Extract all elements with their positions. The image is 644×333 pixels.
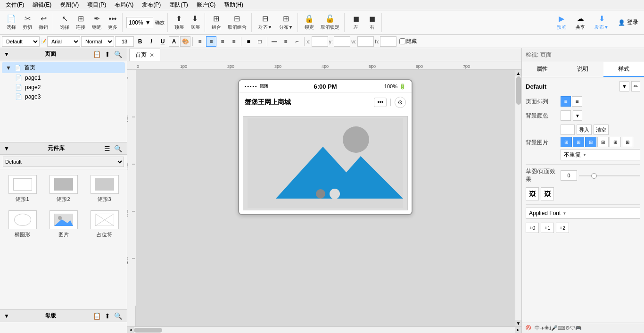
pen-button[interactable]: ✒ 钢笔 — [89, 14, 104, 31]
menu-account[interactable]: 账户(C) — [193, 0, 220, 10]
component-placeholder[interactable]: 占位符 — [86, 208, 123, 240]
effect-input[interactable]: 0 — [561, 170, 577, 181]
effect-slider-thumb[interactable] — [591, 173, 597, 179]
menu-layout[interactable]: 布局(A) — [111, 0, 137, 10]
undo-button[interactable]: ↩ 撤销 — [36, 14, 51, 31]
tab-properties[interactable]: 属性 — [522, 62, 562, 77]
menu-team[interactable]: 团队(T) — [165, 0, 191, 10]
connect-button[interactable]: ⊞ 连接 — [73, 14, 88, 31]
image-icon-btn-2[interactable]: 🖼 — [541, 187, 554, 200]
menu-publish[interactable]: 发布(P) — [138, 0, 165, 10]
bg-align-tr[interactable]: ⊞ — [585, 137, 596, 147]
canvas-tab-home[interactable]: 首页 ✕ — [129, 49, 160, 61]
applied-font-select[interactable]: Applied Font ▼ — [526, 208, 640, 219]
component-rect2[interactable]: 矩形2 — [45, 173, 82, 205]
unlock-button[interactable]: 🔓 取消锁定 — [318, 14, 342, 31]
hidden-checkbox[interactable] — [399, 38, 405, 44]
font-size-plus1-button[interactable]: +1 — [541, 223, 554, 233]
components-menu-icon[interactable]: ☰ — [103, 145, 111, 152]
new-file-button[interactable]: 📄 选择 — [4, 14, 19, 31]
align-center-button[interactable]: ≡ — [206, 36, 216, 47]
lock-button[interactable]: 🔒 锁定 — [302, 14, 317, 31]
vertical-scrollbar[interactable]: ▲ ▼ — [515, 70, 521, 326]
layout-center-button[interactable]: ≡ — [572, 96, 582, 107]
scroll-left-button[interactable]: ◄ — [127, 327, 134, 333]
align-left-button[interactable]: ≡ — [195, 36, 205, 47]
font-size-0-button[interactable]: +0 — [526, 223, 539, 233]
w-input[interactable] — [357, 36, 374, 47]
align-right-button[interactable]: ≡ — [217, 36, 228, 47]
component-image[interactable]: 图片 — [45, 208, 82, 240]
bottom-layer-button[interactable]: ⬇ 底层 — [188, 14, 203, 31]
font-size-plus2-button[interactable]: +2 — [556, 223, 569, 233]
align-button[interactable]: ⊟ 对齐▼ — [256, 14, 275, 31]
component-rect3[interactable]: 矩形3 — [86, 173, 123, 205]
corner-button[interactable]: ⌐ — [292, 36, 302, 47]
ungroup-button[interactable]: ⊟ 取消组合 — [225, 14, 249, 31]
border-button[interactable]: □ — [255, 36, 265, 47]
bg-align-mc[interactable]: ⊞ — [610, 137, 621, 147]
share-button[interactable]: ☁ 共享 — [572, 13, 589, 32]
nav-menu-icon[interactable]: ••• — [374, 98, 387, 107]
bg-align-mr[interactable]: ⊞ — [622, 137, 633, 147]
pages-add-icon[interactable]: 📋 — [92, 50, 102, 58]
left-button[interactable]: ◼ 左 — [348, 14, 363, 31]
border-width-button[interactable]: ≡ — [281, 36, 291, 47]
align-justify-button[interactable]: ≡ — [229, 36, 239, 47]
menu-edit[interactable]: 编辑(E) — [29, 0, 55, 10]
h-input[interactable] — [380, 36, 396, 47]
group-button[interactable]: ⊞ 组合 — [209, 14, 224, 31]
masters-search-icon[interactable]: 🔍 — [113, 312, 123, 320]
login-button[interactable]: 👤 登录 — [614, 18, 642, 26]
page-page1-item[interactable]: 📄 page1 — [11, 73, 125, 83]
bg-color-dropdown[interactable]: ▼ — [573, 110, 582, 121]
more-button[interactable]: ••• 更多 — [105, 14, 120, 31]
pages-collapse-icon[interactable]: ▼ — [4, 51, 9, 58]
tab-style[interactable]: 样式 — [603, 62, 644, 77]
tab-notes[interactable]: 说明 — [562, 62, 603, 77]
layout-left-button[interactable]: ≡ — [561, 96, 571, 107]
bold-button[interactable]: B — [135, 36, 145, 47]
menu-file[interactable]: 文件(F) — [2, 0, 28, 10]
color-fill-button[interactable]: ■ — [243, 36, 254, 47]
component-set-select[interactable]: Default — [3, 157, 124, 167]
top-layer-button[interactable]: ⬆ 顶层 — [172, 14, 187, 31]
distribute-button[interactable]: ⊞ 分布▼ — [276, 14, 296, 31]
select-button[interactable]: ↖ 选择 — [57, 14, 72, 31]
italic-button[interactable]: I — [146, 36, 157, 47]
bg-repeat-select[interactable]: 不重复 ▼ — [561, 149, 640, 160]
zoom-select[interactable]: 100% ▼ — [126, 17, 153, 28]
menu-help[interactable]: 帮助(H) — [220, 0, 247, 10]
cut-button[interactable]: ✂ 剪切 — [20, 14, 35, 31]
components-search-icon[interactable]: 🔍 — [113, 145, 123, 152]
menu-project[interactable]: 项目(P) — [83, 0, 110, 10]
canvas-workspace[interactable]: ••••• ⌨ 6:00 PM 100% 🔋 蟹堡王网上商城 •• — [136, 70, 515, 326]
masters-collapse-icon[interactable]: ▼ — [4, 313, 9, 319]
scroll-thumb-h[interactable] — [134, 328, 162, 333]
x-input[interactable] — [312, 36, 328, 47]
bg-color-swatch[interactable] — [561, 110, 571, 121]
page-page3-item[interactable]: 📄 page3 — [11, 92, 125, 101]
page-home-item[interactable]: ▼ 📄 首页 — [2, 62, 125, 73]
style-dropdown-button[interactable]: ▼ — [619, 81, 629, 92]
publish-button[interactable]: ⬇ 发布▼ — [591, 13, 612, 32]
weight-select[interactable]: Normal — [81, 36, 114, 47]
bg-align-ml[interactable]: ⊞ — [597, 137, 609, 147]
page-page2-item[interactable]: 📄 page2 — [11, 83, 125, 92]
component-rect1[interactable]: 矩形1 — [4, 173, 41, 205]
masters-export-icon[interactable]: ⬆ — [104, 312, 111, 320]
style-select[interactable]: Default — [2, 36, 40, 47]
scroll-up-button[interactable]: ▲ — [515, 70, 521, 76]
bg-align-tl[interactable]: ⊞ — [561, 137, 572, 147]
pages-export-icon[interactable]: ⬆ — [104, 50, 111, 58]
preview-button[interactable]: ▶ 预览 — [553, 13, 570, 32]
components-collapse-icon[interactable]: ▼ — [4, 145, 9, 152]
style-edit-button[interactable]: ✏ — [631, 81, 640, 92]
canvas-tab-close[interactable]: ✕ — [149, 52, 154, 58]
font-select[interactable]: Arial — [47, 36, 80, 47]
bg-color-button[interactable]: 🎨 — [180, 36, 190, 47]
underline-button[interactable]: U — [157, 36, 168, 47]
scroll-right-button[interactable]: ► — [515, 327, 521, 333]
menu-view[interactable]: 视图(V) — [56, 0, 83, 10]
horizontal-scrollbar[interactable]: ◄ ► — [127, 326, 521, 333]
